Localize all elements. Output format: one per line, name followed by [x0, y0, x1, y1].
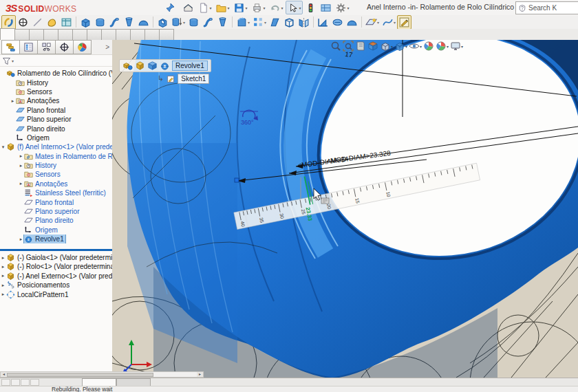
breadcrumb-sketch-icon[interactable]: [166, 74, 175, 84]
tab-nav-button[interactable]: [11, 379, 20, 386]
feature-tool-button-mirror[interactable]: ▾: [297, 15, 311, 30]
feature-tool-button-hole-wizard[interactable]: ▾: [170, 15, 186, 30]
panel-tab-configurationmanager[interactable]: [37, 40, 56, 54]
breadcrumb-feature-label[interactable]: Revolve1: [172, 61, 208, 71]
command-tab[interactable]: [87, 29, 102, 40]
heads-up-button-zoom-area[interactable]: ▾: [343, 41, 354, 52]
quick-access-button-rebuild[interactable]: ▾: [303, 1, 318, 14]
quick-access-button-new-document[interactable]: ▾: [196, 1, 213, 14]
pin-icon[interactable]: [164, 2, 175, 13]
feature-tool-button-revolved-cut[interactable]: ▾: [186, 15, 201, 30]
quick-access-button-home[interactable]: ▾: [181, 1, 195, 14]
tree-item[interactable]: ▸ LocalCirPattern1: [0, 290, 112, 298]
scrollbar-thumb[interactable]: [7, 373, 153, 377]
heads-up-button-view-settings[interactable]: ▾: [450, 41, 463, 52]
panel-tab-propertymanager[interactable]: [19, 40, 38, 54]
panel-tab-displaymanager[interactable]: [73, 40, 92, 54]
expand-arrow[interactable]: ▸: [18, 237, 24, 242]
tree-item[interactable]: Stainless Steel (ferritic): [0, 188, 112, 197]
tree-item[interactable]: Plano frontal: [0, 106, 112, 115]
tree-item[interactable]: Plano superior: [0, 207, 112, 216]
floating-tool-icon-gauge[interactable]: [199, 43, 211, 55]
tree-item[interactable]: ▸ Anotações: [0, 179, 112, 188]
search-box[interactable]: Search K: [515, 1, 578, 14]
command-tab[interactable]: [130, 29, 145, 40]
quick-access-button-save[interactable]: ▾: [232, 1, 249, 14]
panel-tab-dimxpertmanager[interactable]: [55, 40, 74, 54]
command-tab[interactable]: [144, 29, 160, 40]
feature-tool-button-revolved-boss[interactable]: ▾: [93, 15, 107, 30]
expand-arrow[interactable]: ▸: [18, 153, 24, 159]
tree-item[interactable]: [0, 243, 112, 252]
feature-tool-button-fillet[interactable]: ▾: [235, 15, 251, 30]
breadcrumb-assembly-icon[interactable]: [122, 61, 133, 71]
sketch-point[interactable]: [235, 178, 239, 182]
feature-tool-button-swept-cut[interactable]: ▾: [201, 15, 215, 30]
command-tab[interactable]: [43, 29, 58, 40]
tree-item[interactable]: ▸ Posicionamentos: [0, 281, 112, 290]
feature-tool-button-swept-boss[interactable]: ▾: [107, 15, 122, 30]
panel-tab-featuremanager-tree[interactable]: [1, 40, 20, 54]
feature-tool-button-draft[interactable]: ▾: [268, 15, 282, 30]
floating-tool-icon-measure[interactable]: [215, 43, 227, 55]
feature-tool-button-line[interactable]: ▾: [30, 15, 45, 30]
command-tab[interactable]: [116, 29, 131, 40]
tree-filter[interactable]: ▾: [0, 55, 112, 67]
tree-item[interactable]: ▾ (f) Anel Interno<1> (Valor predetermin: [0, 142, 112, 151]
feature-tool-button-point[interactable]: ▾: [16, 15, 30, 30]
expand-arrow[interactable]: ▸: [18, 181, 24, 186]
feature-tool-button-extruded-boss[interactable]: ▾: [78, 15, 93, 30]
tree-item[interactable]: ▸ (-) Gaiola<1> (Valor predeterminado<: [0, 253, 112, 262]
expand-arrow[interactable]: ▸: [0, 273, 6, 279]
quick-access-button-select[interactable]: ▾: [286, 1, 303, 14]
feature-tool-button-extruded-cut[interactable]: ▾: [156, 15, 170, 30]
tab-nav-button[interactable]: [30, 379, 39, 386]
tree-item[interactable]: Sensors: [0, 87, 112, 96]
tree-item[interactable]: Origem: [0, 226, 112, 235]
quick-access-button-options[interactable]: ▾: [334, 1, 351, 14]
expand-arrow[interactable]: ▸: [0, 283, 6, 288]
breadcrumb-feature-icon[interactable]: [160, 61, 170, 71]
tree-item[interactable]: ▸ Mates in Rolamento de Rolo Cilín: [0, 152, 112, 161]
tree-horizontal-scrollbar[interactable]: ◂ ▸: [0, 371, 204, 378]
heads-up-button-hide-show-items[interactable]: ▾: [409, 41, 422, 52]
tree-item[interactable]: History: [0, 78, 112, 87]
expand-arrow[interactable]: ▸: [18, 163, 24, 168]
heads-up-button-display-style[interactable]: ▾: [394, 41, 407, 52]
tree-item[interactable]: ▸ Revolve1: [0, 235, 112, 243]
heads-up-button-previous-view[interactable]: ▾: [355, 41, 366, 52]
feature-tool-button-shell[interactable]: ▾: [282, 15, 297, 30]
feature-tool-button-design-table[interactable]: ▾: [59, 15, 74, 30]
tree-item[interactable]: ▸ (-) Rolo<1> (Valor predeterminado<<: [0, 262, 112, 271]
breadcrumb-sketch-label[interactable]: Sketch1: [178, 74, 209, 84]
quick-access-button-display-panes[interactable]: ▾: [319, 1, 333, 14]
tree-item[interactable]: Sensors: [0, 170, 112, 179]
command-tab[interactable]: [58, 29, 73, 40]
tree-item[interactable]: ▸ (-) Anel Externo<1> (Valor predetermi: [0, 272, 112, 281]
heads-up-button-zoom-fit[interactable]: ▾: [330, 41, 341, 52]
tab-nav-button[interactable]: [1, 379, 10, 386]
feature-tool-button-reference-geometry[interactable]: ▾: [364, 15, 381, 30]
heads-up-button-edit-appearance[interactable]: ▾: [423, 41, 434, 52]
breadcrumb-body-icon[interactable]: [147, 61, 158, 71]
feature-tool-button-intersect[interactable]: ▾: [345, 15, 359, 30]
expand-arrow[interactable]: ▸: [0, 264, 6, 270]
tree-item[interactable]: ▸ History: [0, 161, 112, 170]
expand-arrow[interactable]: ▸: [10, 98, 16, 104]
quick-access-button-open[interactable]: ▾: [214, 1, 231, 14]
feature-tool-button-sketch-tools[interactable]: ▾: [397, 15, 411, 30]
tree-item[interactable]: ▸ Anotações: [0, 96, 112, 105]
breadcrumb-part-icon[interactable]: [135, 61, 145, 71]
feature-tool-button-rib[interactable]: ▾: [316, 15, 330, 30]
tab-nav-button[interactable]: [21, 379, 30, 386]
command-tab[interactable]: [29, 29, 44, 40]
feature-tool-button-boundary-boss[interactable]: ▾: [136, 15, 151, 30]
tree-item[interactable]: Plano direito: [0, 216, 112, 225]
command-tab[interactable]: [72, 29, 87, 40]
heads-up-button-view-orientation[interactable]: ▾: [380, 41, 393, 52]
tree-item[interactable]: Origem: [0, 133, 112, 142]
scroll-right-arrow[interactable]: ▸: [197, 372, 203, 377]
feature-tool-button-instant3d[interactable]: ▾: [1, 15, 16, 30]
quick-access-button-print[interactable]: ▾: [250, 1, 267, 14]
expand-arrow[interactable]: ▸: [0, 255, 6, 261]
